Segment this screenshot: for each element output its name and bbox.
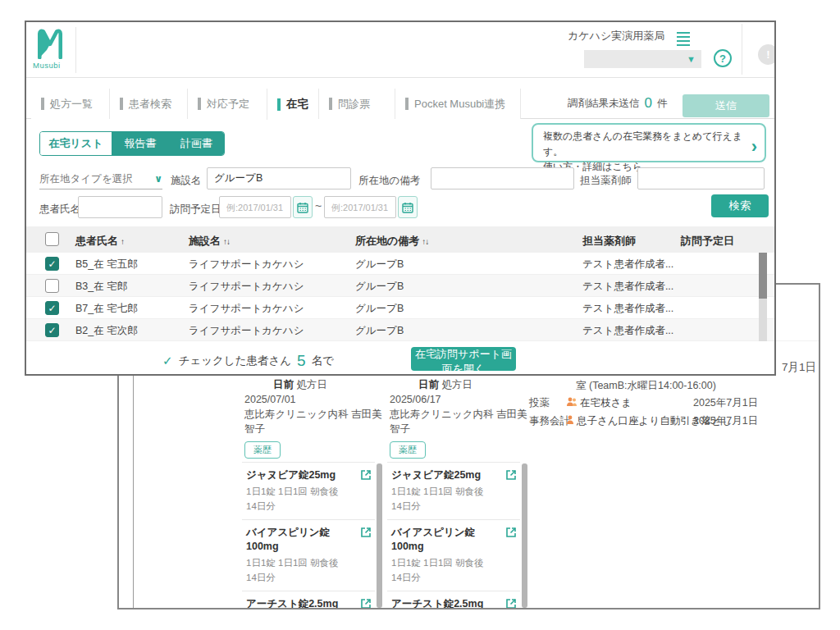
person-icon [566,415,574,427]
medication-name-row: バイアスピリン錠100mg [246,526,372,555]
medication-item: アーチスト錠2.5mg [242,591,375,610]
help-banner[interactable]: 複数の患者さんの在宅業務をまとめて行えます。 使い方・詳細はこちら。 › [532,123,766,162]
send-button[interactable]: 送信 [682,94,769,117]
medication-list: ジャヌビア錠25mg 1日1錠 1日1回 朝食後 14日分 バイアスピリン錠10… [242,462,375,609]
search-button[interactable]: 検索 [711,194,769,217]
cell-pharmacist: テスト患者作成者... [582,302,673,316]
table-scrollbar[interactable] [759,253,767,341]
cell-pharmacist: テスト患者作成者... [582,258,673,272]
drug-history-button[interactable]: 薬歴 [244,441,281,459]
unsent-label: 調剤結果未送信 [568,97,640,111]
patient-name-input[interactable] [78,196,162,218]
tab-patient-search[interactable]: 患者検索 [109,89,187,119]
location-type-select[interactable]: 所在地タイプを選択 ∨ [39,169,162,189]
col-note: 所在地の備考↑↓ [355,234,428,249]
table-row[interactable]: B5_在 宅五郎 ライフサポートカケハシ グループB テスト患者作成者... [26,253,774,275]
calendar-icon[interactable] [398,196,418,218]
subtab-home-list[interactable]: 在宅リスト [40,132,112,155]
cell-facility: ライフサポートカケハシ [189,280,304,294]
medication-name-row: アーチスト錠2.5mg [391,597,517,610]
external-link-icon [360,527,372,538]
menu-icon[interactable] [677,32,690,48]
table-row[interactable]: B7_在 宅七郎 ライフサポートカケハシ グループB テスト患者作成者... [26,297,774,319]
cell-patient: B7_在 宅七郎 [75,302,138,316]
days-ago-label: 日前 [418,379,439,390]
tab-pocket-musubi[interactable]: Pocket Musubi連携 [395,89,521,119]
medication-dose: 1日1錠 1日1回 朝食後 [391,486,517,498]
scrollbar-thumb[interactable] [377,463,382,608]
cell-patient: B2_在 宅次郎 [75,324,138,338]
unsent-results: 調剤結果未送信 0 件 [568,91,667,116]
summary-text-after: 名で [312,354,334,368]
location-note-input[interactable] [431,167,574,189]
subtab-plan[interactable]: 計画書 [169,132,224,155]
row-checkbox[interactable] [45,301,59,315]
location-note-label: 所在地の備考 [358,174,420,188]
row-checkbox[interactable] [45,279,59,293]
cell-pharmacist: テスト患者作成者... [582,280,673,294]
tab-questionnaire[interactable]: 問診票 [318,89,395,119]
scrollbar-thumb[interactable] [759,253,767,299]
notification-icon[interactable]: ! [758,44,776,65]
banner-line1: 複数の患者さんの在宅業務をまとめて行えます。 [543,129,743,159]
table-row[interactable]: B3_在 宅郎 ライフサポートカケハシ グループB テスト患者作成者... [26,275,774,297]
cell-patient: B5_在 宅五郎 [75,258,138,272]
col-pharmacist: 担当薬剤師 [582,234,636,249]
open-home-visit-support-button[interactable]: 在宅訪問サポート画面を開く [411,347,516,371]
col-facility: 施設名↑↓ [189,234,230,249]
range-tilde: ~ [315,199,322,212]
task-row: 投薬 在宅枝さま 2025年7月1日 [119,396,819,413]
cell-facility: ライフサポートカケハシ [189,324,304,338]
chevron-right-icon: › [751,133,757,161]
visit-date-to-input[interactable] [324,196,396,218]
tab-marker [120,98,123,110]
tab-marker [405,98,409,110]
musubi-main-window: Musubi カケハシ実演用薬局 ▼ ? ! 処方一覧 患者検索 対応予定 [25,21,776,376]
pharmacist-input[interactable] [637,167,765,189]
calendar-icon[interactable] [293,196,313,218]
task-category: 投薬 [529,396,550,410]
external-link-icon [360,598,372,609]
scrollbar-thumb[interactable] [522,463,527,608]
subtab-group: 在宅リスト 報告書 計画書 [39,131,225,156]
col-visit-date: 訪問予定日 [681,234,734,249]
medication-name-row: バイアスピリン錠100mg [391,526,517,555]
task-text: 在宅枝さま [580,396,632,410]
external-link-icon [505,598,517,609]
facility-input[interactable] [207,167,351,189]
task-date: 2025年7月1日 [693,414,758,428]
medication-name-row: ジャヌビア錠25mg [246,468,372,483]
medication-item: アーチスト錠2.5mg [387,591,520,610]
tab-marker [277,98,281,111]
app-header: Musubi カケハシ実演用薬局 ▼ ? ! [26,22,774,78]
cell-note: グループB [355,302,404,316]
summary-text-before: チェックした患者さん [179,354,292,368]
medication-days: 14日分 [246,500,372,513]
drug-history-button[interactable]: 薬歴 [390,441,426,459]
tab-prescription-list[interactable]: 処方一覧 [31,89,109,119]
musubi-logo-icon [34,26,66,62]
days-ago-label: 日前 [273,379,294,390]
row-checkbox[interactable] [45,323,59,337]
medication-dose: 1日1錠 1日1回 朝食後 [246,557,372,569]
field-label: 処方日 [441,379,472,390]
sort-asc-icon[interactable]: ↑ [121,237,124,246]
visit-date-from-input[interactable] [219,196,291,218]
row-checkbox[interactable] [45,257,59,271]
sort-both-icon[interactable]: ↑↓ [223,237,230,246]
cell-note: グループB [355,324,404,338]
medication-name-row: アーチスト錠2.5mg [246,597,372,610]
sort-both-icon[interactable]: ↑↓ [422,237,428,246]
subtab-report[interactable]: 報告書 [112,132,169,155]
select-all-checkbox[interactable] [45,232,59,246]
cell-pharmacist: テスト患者作成者... [582,324,673,338]
medication-days: 14日分 [391,572,517,584]
facility-label: 施設名 [171,174,202,188]
table-row[interactable]: B2_在 宅次郎 ライフサポートカケハシ グループB テスト患者作成者... [26,319,774,341]
tab-home-care[interactable]: 在宅 [267,89,318,120]
unsent-unit: 件 [657,97,668,111]
tab-schedule[interactable]: 対応予定 [187,89,267,119]
help-icon[interactable]: ? [714,49,732,67]
table-header: 患者氏名↑ 施設名↑↓ 所在地の備考↑↓ 担当薬剤師 訪問予定日 [26,226,774,253]
store-select-dropdown[interactable]: ▼ [584,50,701,68]
